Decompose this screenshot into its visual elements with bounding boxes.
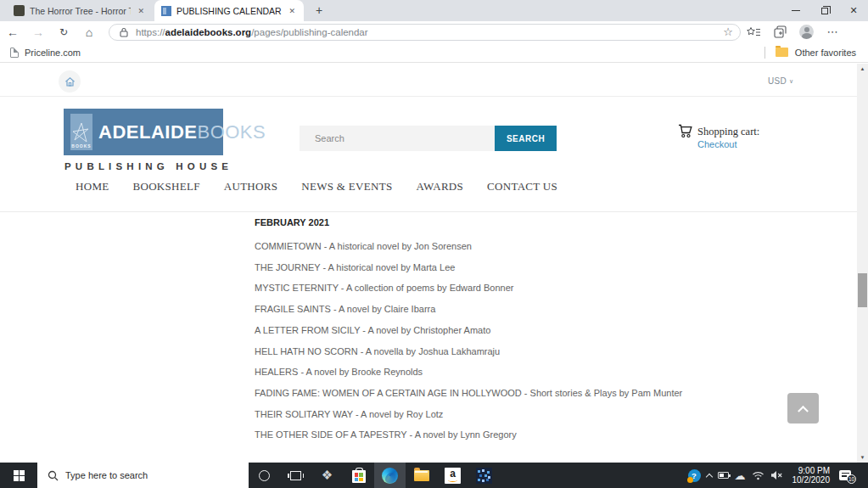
taskbar-search-input[interactable] (65, 470, 210, 480)
edge-button[interactable] (374, 463, 406, 488)
cortana-button[interactable] (249, 463, 280, 488)
store-icon (352, 470, 366, 483)
brand-name: ADELAIDEBOOKS (98, 121, 266, 143)
page-viewport: USD ∨ BOOKS ADELAIDEBOOKS PUBLISHING HOU… (0, 64, 868, 463)
logo-mark-label: BOOKS (71, 143, 91, 149)
tab-horror-tree[interactable]: The Horror Tree - Horror Tree is a ✕ (7, 0, 153, 21)
main-navigation: HOMEBOOKSHELFAUTHORSNEWS & EVENTSAWARDSC… (76, 180, 557, 194)
clock-date: 10/2/2020 (792, 475, 831, 485)
shopping-cart-icon (678, 124, 693, 138)
nav-item[interactable]: AWARDS (416, 180, 463, 194)
help-icon[interactable]: ? (688, 469, 701, 482)
divider (0, 96, 857, 97)
house-icon (64, 76, 76, 87)
site-home-button[interactable] (59, 70, 81, 93)
favorite-priceline[interactable]: Priceline.com (10, 48, 81, 58)
pinned-apps: ❖ a (249, 463, 500, 488)
nav-item[interactable]: BOOKSHELF (132, 180, 199, 194)
notification-center-button[interactable]: 10 (839, 469, 854, 482)
nav-item[interactable]: HOME (76, 180, 109, 194)
close-window-button[interactable]: ✕ (839, 0, 868, 21)
site-logo[interactable]: BOOKS ADELAIDEBOOKS (64, 109, 223, 155)
bookmark-star-icon[interactable]: ☆ (723, 25, 733, 38)
settings-menu-button[interactable]: ⋯ (820, 25, 846, 38)
currency-selector[interactable]: USD ∨ (768, 76, 794, 86)
nav-item[interactable]: AUTHORS (224, 180, 278, 194)
favorites-list-button[interactable] (741, 26, 767, 38)
publishing-entry: HEALERS - A novel by Brooke Reynolds (255, 362, 730, 383)
tray-expand-icon[interactable] (705, 473, 712, 480)
logo-tagline: PUBLISHING HOUSE (64, 161, 234, 171)
publishing-entry: A LETTER FROM SICILY - A novel by Christ… (255, 320, 730, 341)
publishing-entry: FADING FAME: WOMEN OF A CERTAIN AGE IN H… (255, 383, 730, 404)
search-icon (48, 470, 59, 481)
search-input[interactable] (300, 126, 495, 151)
taskbar-search[interactable] (37, 463, 249, 488)
dropbox-icon: ❖ (322, 468, 333, 483)
tab-title: PUBLISHING CALENDAR 2020 - 2 (176, 6, 282, 16)
folder-icon (776, 48, 788, 57)
minimize-icon (792, 10, 800, 11)
publishing-entry: THE OTHER SIDE OF A TAPESTRY - A novel b… (255, 424, 730, 446)
publishing-entries: COMMIETOWN - A historical novel by Jon S… (255, 236, 730, 446)
nav-item[interactable]: CONTACT US (487, 180, 557, 194)
back-button[interactable]: ← (0, 25, 25, 39)
nav-item[interactable]: NEWS & EVENTS (301, 180, 392, 194)
search-button[interactable]: SEARCH (495, 126, 557, 151)
file-explorer-icon (414, 470, 429, 481)
new-tab-button[interactable]: + (311, 3, 328, 20)
chevron-down-icon: ∨ (789, 78, 793, 84)
notification-badge: 10 (847, 474, 856, 484)
page-icon (10, 48, 19, 58)
cortana-icon (259, 470, 270, 481)
star-lines-icon (747, 26, 761, 38)
collections-button[interactable] (767, 25, 793, 38)
start-button[interactable] (0, 463, 37, 488)
scroll-to-top-button[interactable] (787, 393, 819, 423)
publishing-entry: MYSTIC ETERNITY - A collection of poems … (255, 278, 730, 299)
url-text: https://adelaidebooks.org/pages/publishi… (136, 27, 723, 37)
horror-tree-favicon (14, 5, 25, 16)
browser-toolbar: ← → ↻ ⌂ https://adelaidebooks.org/pages/… (0, 21, 868, 42)
tab-close-icon[interactable]: ✕ (287, 7, 297, 15)
taskbar-clock[interactable]: 9:00 PM 10/2/2020 (789, 466, 834, 485)
divider (764, 47, 765, 59)
browser-home-button[interactable]: ⌂ (76, 25, 102, 39)
divider (0, 211, 857, 212)
publishing-calendar-content: FEBRUARY 2021 COMMIETOWN - A historical … (255, 216, 730, 446)
microsoft-store-button[interactable] (343, 463, 374, 488)
onedrive-icon[interactable]: ☁ (735, 470, 746, 481)
task-view-button[interactable] (280, 463, 311, 488)
windows-logo-icon (14, 470, 25, 481)
restore-icon (821, 8, 828, 14)
vertical-scrollbar[interactable]: ▲ ▼ (857, 64, 868, 463)
amazon-button[interactable]: a (437, 463, 468, 488)
lock-icon (120, 27, 128, 37)
chevron-up-icon (798, 405, 809, 416)
task-view-icon (290, 471, 301, 480)
dropbox-button[interactable]: ❖ (311, 463, 343, 488)
battery-icon[interactable] (718, 472, 729, 479)
volume-muted-icon[interactable] (770, 470, 783, 480)
tab-publishing-calendar[interactable]: PUBLISHING CALENDAR 2020 - 2 ✕ (154, 0, 304, 21)
file-explorer-button[interactable] (406, 463, 437, 488)
scrollbar-up-arrow[interactable]: ▲ (857, 66, 868, 71)
publishing-entry: FRAGILE SAINTS - A novel by Claire Ibarr… (255, 299, 730, 320)
checkout-link[interactable]: Checkout (697, 139, 736, 149)
shopping-cart-label: Shopping cart: (697, 126, 759, 138)
scrollbar-thumb[interactable] (858, 273, 867, 307)
address-bar[interactable]: https://adelaidebooks.org/pages/publishi… (109, 24, 741, 41)
edge-icon (382, 468, 398, 484)
forward-button[interactable]: → (25, 25, 51, 39)
wifi-icon[interactable] (752, 470, 764, 480)
other-favorites[interactable]: Other favorites (764, 47, 868, 59)
tab-close-icon[interactable]: ✕ (136, 7, 146, 15)
collections-icon (774, 25, 787, 38)
scrollbar-down-arrow[interactable]: ▼ (857, 455, 868, 460)
favorite-label: Priceline.com (25, 48, 81, 58)
refresh-button[interactable]: ↻ (51, 26, 76, 38)
profile-button[interactable] (793, 25, 820, 39)
pixel-app-button[interactable] (468, 463, 500, 488)
minimize-button[interactable] (781, 0, 810, 21)
restore-button[interactable] (810, 0, 839, 21)
